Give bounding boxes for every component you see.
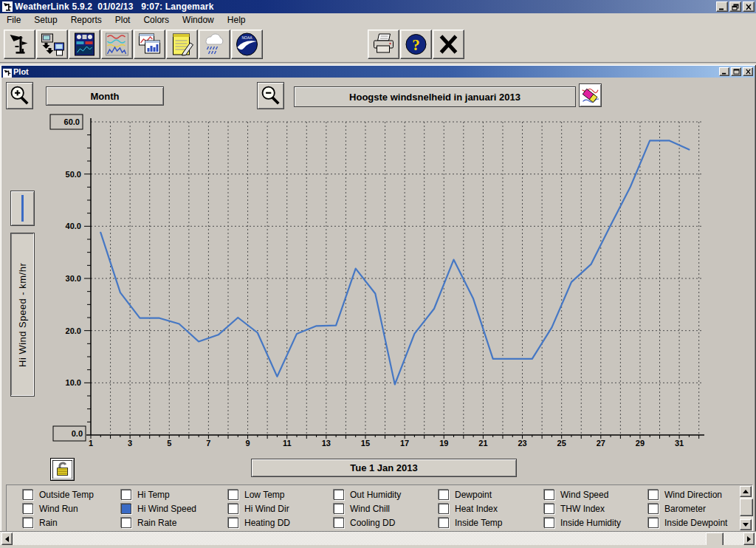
checkbox-label: Wind Direction bbox=[664, 490, 722, 500]
checkbox-item: Inside Dewpoint bbox=[648, 518, 727, 528]
checkbox-inside-dewpoint[interactable] bbox=[648, 518, 659, 528]
minimize-button[interactable] bbox=[716, 1, 728, 12]
lock-button[interactable] bbox=[50, 458, 75, 481]
plot-maximize-button[interactable] bbox=[731, 67, 741, 76]
erase-plot-button[interactable] bbox=[579, 83, 602, 107]
chart-canvas[interactable]: 0.010.020.030.040.050.060.01357911131517… bbox=[0, 111, 756, 458]
checkbox-item: Wind Chill bbox=[334, 504, 390, 514]
rain-cloud-icon bbox=[201, 32, 228, 57]
checkbox-hi-wind-dir[interactable] bbox=[228, 504, 238, 514]
checkbox-inside-temp[interactable] bbox=[439, 518, 449, 528]
plot-close-button[interactable] bbox=[743, 67, 753, 76]
toolbar-close-button[interactable] bbox=[433, 30, 464, 59]
strip-chart-icon bbox=[103, 32, 131, 57]
checkbox-barometer[interactable] bbox=[648, 504, 659, 514]
checkbox-thw-index[interactable] bbox=[544, 504, 554, 514]
toolbar-rain-cloud-button[interactable] bbox=[199, 30, 230, 59]
svg-text:?: ? bbox=[412, 36, 420, 54]
checkbox-wind-direction[interactable] bbox=[648, 490, 659, 500]
noaa-icon: NOAA bbox=[233, 32, 261, 57]
checkbox-label: Outside Temp bbox=[39, 490, 94, 500]
toolbar-strip-chart-button[interactable] bbox=[101, 30, 133, 59]
panel-vertical-scrollbar[interactable] bbox=[740, 486, 752, 530]
toolbar-report-button[interactable] bbox=[166, 30, 198, 59]
svg-text:50.0: 50.0 bbox=[66, 170, 81, 179]
menu-reports[interactable]: Reports bbox=[64, 13, 109, 27]
checkbox-item: Heating DD bbox=[228, 518, 290, 528]
checkbox-dewpoint[interactable] bbox=[439, 490, 449, 500]
checkbox-heat-index[interactable] bbox=[439, 504, 449, 514]
svg-text:19: 19 bbox=[439, 439, 448, 448]
toolbar-noaa-button[interactable]: NOAA bbox=[231, 30, 263, 59]
menubar: FileSetupReportsPlotColorsWindowHelp bbox=[0, 13, 756, 27]
svg-text:0.0: 0.0 bbox=[72, 429, 83, 438]
checkbox-item: Rain Rate bbox=[121, 518, 176, 528]
period-button[interactable]: Month bbox=[46, 86, 164, 106]
date-button[interactable]: Tue 1 Jan 2013 bbox=[251, 459, 517, 477]
checkbox-inside-humidity[interactable] bbox=[544, 518, 554, 528]
checkbox-label: Heat Index bbox=[455, 504, 498, 514]
menu-plot[interactable]: Plot bbox=[109, 13, 137, 27]
checkbox-heating-dd[interactable] bbox=[228, 518, 238, 528]
toolbar-weather-station-button[interactable] bbox=[4, 30, 35, 59]
y-axis-button[interactable]: Hi Wind Speed - km/hr bbox=[10, 233, 35, 397]
checkbox-out-humidity[interactable] bbox=[334, 490, 344, 500]
checkbox-item: Cooling DD bbox=[334, 518, 395, 528]
menu-file[interactable]: File bbox=[0, 13, 27, 27]
checkbox-label: Inside Temp bbox=[455, 518, 502, 528]
checkbox-cooling-dd[interactable] bbox=[334, 518, 344, 528]
toolbar-download-button[interactable] bbox=[36, 30, 68, 59]
checkbox-item: Wind Direction bbox=[648, 490, 722, 500]
right-arrow-icon bbox=[747, 536, 751, 542]
checkbox-item: Wind Run bbox=[23, 504, 78, 514]
svg-text:25: 25 bbox=[557, 439, 566, 448]
checkbox-label: Dewpoint bbox=[455, 490, 492, 500]
menu-help[interactable]: Help bbox=[221, 13, 252, 27]
checkbox-label: Wind Chill bbox=[350, 504, 390, 514]
toolbar-print-button[interactable] bbox=[368, 30, 399, 59]
svg-text:23: 23 bbox=[518, 439, 526, 448]
svg-text:31: 31 bbox=[675, 439, 684, 448]
scroll-down-button[interactable] bbox=[740, 519, 752, 530]
checkbox-wind-chill[interactable] bbox=[334, 504, 344, 514]
plot-minimize-button[interactable] bbox=[719, 67, 729, 76]
print-icon bbox=[370, 32, 397, 57]
zoom-out-button[interactable] bbox=[257, 82, 284, 109]
plot-window-titlebar: Plot bbox=[1, 66, 755, 78]
checkbox-outside-temp[interactable] bbox=[23, 490, 33, 500]
app-icon bbox=[2, 1, 13, 12]
checkbox-low-temp[interactable] bbox=[228, 490, 238, 500]
checkbox-label: Hi Wind Speed bbox=[137, 504, 196, 514]
zoom-in-button[interactable] bbox=[6, 82, 33, 109]
scroll-left-button[interactable] bbox=[1, 532, 13, 545]
svg-text:27: 27 bbox=[597, 439, 605, 448]
window-bottom-edge bbox=[0, 545, 756, 548]
svg-text:13: 13 bbox=[322, 439, 331, 448]
vertical-scroll-thumb[interactable] bbox=[740, 499, 753, 516]
line-style-button[interactable] bbox=[10, 191, 35, 226]
checkbox-rain-rate[interactable] bbox=[121, 518, 131, 528]
toolbar-plot-button[interactable] bbox=[134, 30, 165, 59]
menu-window[interactable]: Window bbox=[176, 13, 221, 27]
checkbox-label: Hi Wind Dir bbox=[244, 504, 289, 514]
toolbar-bulletin-button[interactable] bbox=[69, 30, 100, 59]
menu-colors[interactable]: Colors bbox=[137, 13, 176, 27]
scroll-up-button[interactable] bbox=[740, 486, 752, 497]
checkbox-hi-temp[interactable] bbox=[121, 490, 131, 500]
horizontal-scrollbar[interactable] bbox=[0, 531, 756, 546]
checkbox-item: Hi Wind Dir bbox=[228, 504, 289, 514]
checkbox-rain[interactable] bbox=[23, 518, 33, 528]
chart-title-field[interactable]: Hoogste windsnelheid in januari 2013 bbox=[294, 86, 576, 107]
restore-button[interactable] bbox=[729, 1, 741, 12]
menu-setup[interactable]: Setup bbox=[27, 13, 63, 27]
svg-text:5: 5 bbox=[167, 439, 171, 448]
checkbox-hi-wind-speed[interactable] bbox=[121, 504, 131, 514]
checkbox-label: Rain Rate bbox=[137, 518, 176, 528]
checkbox-wind-speed[interactable] bbox=[544, 490, 554, 500]
scroll-right-button[interactable] bbox=[743, 532, 755, 545]
toolbar-help-button[interactable]: ? bbox=[400, 30, 432, 59]
plot-window-icon bbox=[3, 67, 12, 76]
close-button[interactable] bbox=[743, 1, 755, 12]
checkbox-label: Wind Speed bbox=[560, 490, 608, 500]
checkbox-wind-run[interactable] bbox=[23, 504, 33, 514]
